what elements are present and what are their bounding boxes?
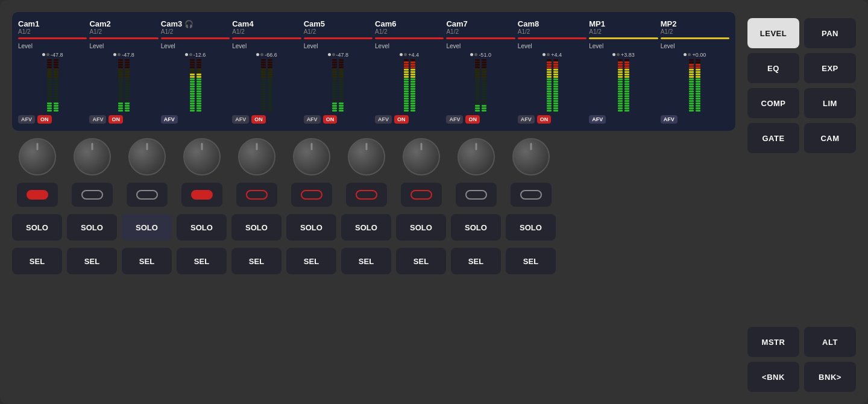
afv-button-8[interactable]: AFV [589, 115, 606, 124]
sel-button-4[interactable]: SEL [231, 248, 281, 274]
dot-right-7 [547, 53, 550, 56]
solo-button-8[interactable]: SOLO [451, 214, 501, 241]
afv-button-5[interactable]: AFV [375, 115, 392, 124]
oval-button-3[interactable] [181, 183, 222, 207]
knob-container-7 [396, 138, 446, 175]
oval-button-4[interactable] [236, 183, 277, 207]
oval-button-2[interactable] [127, 183, 168, 207]
sel-button-2[interactable]: SEL [122, 248, 172, 274]
solo-button-0[interactable]: SOLO [12, 214, 62, 241]
on-button-5[interactable]: ON [394, 115, 409, 124]
channel-sub-5: A1/2 [375, 28, 444, 35]
afv-button-2[interactable]: AFV [161, 115, 178, 124]
afv-section-2: AFV [161, 115, 230, 124]
right-bottom-btn-mstr[interactable]: MSTR [747, 327, 799, 357]
channel-header-3: Cam4 A1/2 [232, 19, 301, 35]
right-btn-exp[interactable]: EXP [804, 53, 856, 83]
right-btn-lim[interactable]: LIM [804, 88, 856, 118]
channel-name-6: Cam7 [446, 19, 515, 28]
sel-button-6[interactable]: SEL [341, 248, 391, 274]
sel-container-2: SEL [122, 248, 172, 274]
right-bottom-btn-alt[interactable]: ALT [804, 327, 856, 357]
sel-button-0[interactable]: SEL [12, 248, 62, 274]
afv-button-9[interactable]: AFV [661, 115, 678, 124]
knob-7[interactable] [403, 138, 440, 175]
on-button-7[interactable]: ON [537, 115, 552, 124]
knob-4[interactable] [238, 138, 275, 175]
oval-container-6 [341, 183, 391, 207]
right-btn-comp[interactable]: COMP [747, 88, 799, 118]
afv-button-3[interactable]: AFV [232, 115, 249, 124]
on-button-6[interactable]: ON [465, 115, 480, 124]
dot-right-2 [189, 53, 192, 56]
knob-9[interactable] [512, 138, 550, 175]
dot-right-8 [617, 53, 620, 56]
oval-button-6[interactable] [346, 183, 387, 207]
sel-container-5: SEL [286, 248, 336, 274]
oval-buttons-row [12, 183, 735, 207]
knob-8[interactable] [458, 138, 495, 175]
btn-oval-1 [81, 190, 103, 200]
sel-button-1[interactable]: SEL [67, 248, 117, 274]
solo-button-1[interactable]: SOLO [67, 214, 117, 241]
oval-button-9[interactable] [511, 183, 552, 207]
solo-button-4[interactable]: SOLO [231, 214, 281, 241]
oval-button-1[interactable] [72, 183, 113, 207]
channel-name-1: Cam2 [89, 19, 158, 28]
channel-bar-7 [518, 37, 587, 39]
knob-5[interactable] [293, 138, 330, 175]
afv-button-6[interactable]: AFV [446, 115, 463, 124]
afv-button-0[interactable]: AFV [18, 115, 35, 124]
db-value-4: -47.8 [336, 52, 349, 58]
knob-1[interactable] [74, 138, 111, 175]
on-button-3[interactable]: ON [251, 115, 266, 124]
channel-header-0: Cam1 A1/2 [18, 19, 87, 35]
oval-button-5[interactable] [291, 183, 332, 207]
solo-container-2: SOLO [122, 214, 172, 241]
solo-button-2[interactable]: SOLO [122, 214, 172, 241]
meter-bars-7 [518, 60, 587, 112]
channel-strip-cam6: Cam6 A1/2 Level +4.4 AFV ON [375, 19, 444, 124]
level-label-3: Level [232, 43, 247, 49]
sel-button-7[interactable]: SEL [396, 248, 446, 274]
db-value-3: -66.6 [265, 52, 277, 58]
channel-name-9: MP2 [661, 19, 729, 28]
dot-left-3 [256, 53, 259, 56]
meter-bars-3 [232, 60, 301, 112]
knob-3[interactable] [183, 138, 221, 175]
knob-0[interactable] [19, 138, 56, 175]
solo-button-7[interactable]: SOLO [396, 214, 446, 241]
oval-button-7[interactable] [401, 183, 442, 207]
knob-2[interactable] [128, 138, 166, 175]
on-button-4[interactable]: ON [323, 115, 338, 124]
solo-button-3[interactable]: SOLO [177, 214, 227, 241]
right-btn-cam[interactable]: CAM [804, 123, 856, 153]
right-bottom-btn-bnk[interactable]: BNK> [804, 362, 856, 392]
sel-button-9[interactable]: SEL [506, 248, 556, 274]
channel-strip-cam5: Cam5 A1/2 Level -47.8 AFV ON [304, 19, 373, 124]
solo-container-1: SOLO [67, 214, 117, 241]
oval-button-8[interactable] [456, 183, 497, 207]
on-button-0[interactable]: ON [37, 115, 52, 124]
solo-container-0: SOLO [12, 214, 62, 241]
oval-button-0[interactable] [17, 183, 58, 207]
right-btn-pan[interactable]: PAN [804, 18, 856, 48]
solo-button-6[interactable]: SOLO [341, 214, 391, 241]
right-btn-eq[interactable]: EQ [747, 53, 799, 83]
right-btn-gate[interactable]: GATE [747, 123, 799, 153]
sel-button-8[interactable]: SEL [451, 248, 501, 274]
sel-button-5[interactable]: SEL [286, 248, 336, 274]
right-btn-level[interactable]: LEVEL [747, 18, 799, 48]
solo-button-5[interactable]: SOLO [286, 214, 336, 241]
on-button-1[interactable]: ON [108, 115, 123, 124]
afv-button-1[interactable]: AFV [89, 115, 106, 124]
sel-button-3[interactable]: SEL [177, 248, 227, 274]
meter-bars-6 [446, 60, 515, 112]
afv-button-4[interactable]: AFV [304, 115, 321, 124]
afv-button-7[interactable]: AFV [518, 115, 535, 124]
right-panel: LEVELPANEQEXPCOMPLIMGATECAMMSTRALT<BNKBN… [747, 12, 856, 392]
dot-right-5 [404, 53, 407, 56]
solo-button-9[interactable]: SOLO [506, 214, 556, 241]
right-bottom-btn-bnk[interactable]: <BNK [747, 362, 799, 392]
knob-6[interactable] [348, 138, 385, 175]
